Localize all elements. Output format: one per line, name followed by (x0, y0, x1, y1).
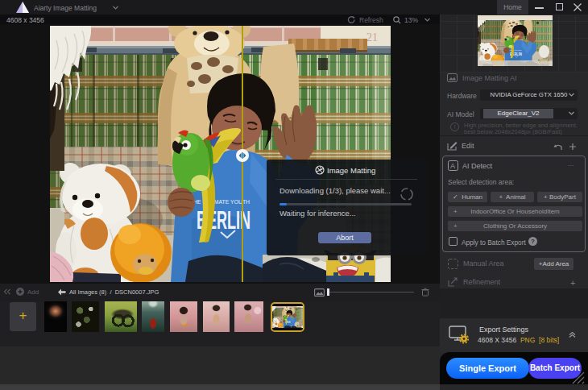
svg-text:A: A (450, 162, 455, 170)
